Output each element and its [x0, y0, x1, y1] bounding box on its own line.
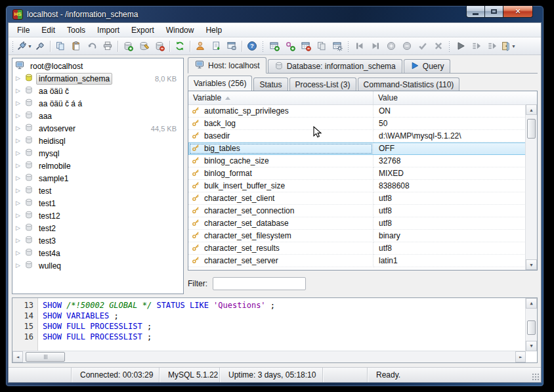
edit-database-button[interactable]: [136, 39, 152, 53]
tree-item-test3[interactable]: ▷test3: [12, 234, 183, 247]
variable-row-basedir[interactable]: basedird:\WAMP\mysql-5.1.22\: [188, 130, 526, 142]
tree-item-root[interactable]: root@localhost: [12, 60, 183, 72]
tree-item-test1[interactable]: ▷test1: [12, 197, 183, 209]
variable-row-big_tables[interactable]: big_tablesOFF: [188, 142, 526, 155]
subtab-command-statistics-110-[interactable]: Command-Statistics (110): [358, 77, 460, 91]
scroll-down-icon[interactable]: ▼: [526, 259, 537, 270]
preferences-button[interactable]: [224, 39, 240, 53]
session-manager-button[interactable]: ▼: [16, 39, 32, 53]
variable-row-binlog_format[interactable]: binlog_formatMIXED: [188, 167, 526, 180]
menu-edit[interactable]: Edit: [35, 24, 61, 36]
create-database-button[interactable]: [120, 39, 136, 53]
variable-row-bulk_insert_buffer_size[interactable]: bulk_insert_buffer_size8388608: [188, 180, 526, 192]
tree-item-heidisql[interactable]: ▷heidisql: [12, 135, 183, 147]
variable-row-binlog_cache_size[interactable]: binlog_cache_size32768: [188, 155, 526, 167]
record-delete-button[interactable]: [399, 39, 415, 53]
tree-item-test4a[interactable]: ▷test4a: [12, 247, 183, 259]
cancel-editing-button[interactable]: [431, 39, 446, 53]
titlebar[interactable]: HS localhost - /information_schema ✕: [6, 6, 543, 22]
scrollbar-thumb[interactable]: [26, 352, 65, 362]
drop-database-button[interactable]: [152, 39, 167, 53]
expand-arrow-icon[interactable]: ▷: [14, 225, 22, 232]
tree-item-wulleq[interactable]: ▷wulleq: [12, 259, 183, 272]
expand-arrow-icon[interactable]: ▷: [14, 150, 22, 157]
tree-item-aaa[interactable]: ▷aaa: [12, 110, 183, 122]
column-header-variable[interactable]: Variable: [188, 91, 373, 104]
column-header-value[interactable]: Value: [373, 91, 526, 104]
tab-database[interactable]: Database: information_schema: [268, 59, 402, 73]
execute-sql-button[interactable]: [453, 39, 469, 53]
sql-log-panel[interactable]: 13141516 SHOW /*!50002 GLOBAL */ STATUS …: [12, 297, 538, 363]
expand-arrow-icon[interactable]: ▷: [14, 175, 22, 182]
tree-item-aa-[interactable]: ▷aa öäü č: [12, 85, 183, 97]
expand-arrow-icon[interactable]: ▷: [14, 212, 22, 219]
resize-grip-icon[interactable]: [532, 373, 540, 381]
expand-arrow-icon[interactable]: ▷: [14, 200, 22, 207]
copy-rows-button[interactable]: [314, 39, 330, 53]
menu-help[interactable]: Help: [200, 24, 228, 36]
undo-button[interactable]: [84, 39, 100, 53]
close-button[interactable]: ✕: [503, 6, 533, 18]
scroll-up-icon[interactable]: ▲: [526, 298, 537, 309]
tree-item-aa-[interactable]: ▷aa öäü č á á: [12, 97, 183, 110]
expand-arrow-icon[interactable]: ▷: [14, 162, 22, 169]
subtab-process-list-3-[interactable]: Process-List (3): [289, 77, 356, 91]
nav-last-record-button[interactable]: [368, 39, 383, 53]
menu-window[interactable]: Window: [160, 24, 200, 36]
tree-item-test[interactable]: ▷test: [12, 185, 183, 197]
grid-duplicate-row-button[interactable]: [282, 39, 298, 53]
grid-delete-row-button[interactable]: [298, 39, 314, 53]
menu-tools[interactable]: Tools: [61, 24, 91, 36]
variable-row-automatic_sp_privileges[interactable]: automatic_sp_privilegesON: [188, 105, 526, 118]
expand-arrow-icon[interactable]: ▷: [14, 112, 22, 120]
variable-row-character_set_database[interactable]: character_set_databaseutf8: [188, 217, 526, 230]
tab-query[interactable]: Query: [404, 59, 451, 73]
grid-insert-row-button[interactable]: [266, 39, 282, 53]
tab-host[interactable]: Host: localhost: [188, 57, 266, 74]
paste-button[interactable]: [68, 39, 84, 53]
menu-file[interactable]: File: [11, 24, 35, 36]
execute-selection-button[interactable]: [469, 39, 484, 53]
sql-vertical-scrollbar[interactable]: ▲ ▼: [525, 298, 537, 351]
disconnect-button[interactable]: [32, 39, 48, 53]
export-tables-button[interactable]: [208, 39, 224, 53]
maximize-button[interactable]: [485, 6, 503, 18]
tree-item-sample1[interactable]: ▷sample1: [12, 172, 183, 185]
user-manager-button[interactable]: [192, 39, 208, 53]
tree-item-information-schema[interactable]: ▷information_schema8,0 KB: [12, 72, 183, 85]
help-button[interactable]: ?: [244, 39, 260, 53]
subtab-status[interactable]: Status: [253, 77, 288, 91]
variable-row-character_set_connection[interactable]: character_set_connectionutf8: [188, 205, 526, 217]
menu-export[interactable]: Export: [125, 24, 160, 36]
scroll-left-icon[interactable]: ◄: [12, 351, 23, 362]
dropdown-caret-icon[interactable]: ▼: [511, 44, 516, 49]
database-tree[interactable]: root@localhost▷information_schema8,0 KB▷…: [12, 58, 184, 294]
expand-arrow-icon[interactable]: ▷: [14, 87, 22, 95]
execute-line-button[interactable]: [484, 39, 500, 53]
expand-arrow-icon[interactable]: ▷: [14, 137, 22, 144]
print-button[interactable]: [100, 39, 116, 53]
copy-button[interactable]: [53, 39, 68, 53]
tree-item-mysql[interactable]: ▷mysql: [12, 147, 183, 160]
sql-horizontal-scrollbar[interactable]: ◄ ►: [12, 351, 526, 362]
nav-first-record-button[interactable]: [352, 39, 368, 53]
variable-row-character_set_client[interactable]: character_set_clientutf8: [188, 192, 526, 205]
expand-arrow-icon[interactable]: ▷: [14, 100, 22, 107]
grid-settings-button[interactable]: [330, 39, 345, 53]
variable-row-character_set_filesystem[interactable]: character_set_filesystembinary: [188, 230, 526, 242]
variable-row-back_log[interactable]: back_log50: [188, 118, 526, 130]
scroll-up-icon[interactable]: ▲: [526, 104, 537, 115]
scrollbar-thumb[interactable]: [527, 320, 536, 335]
expand-arrow-icon[interactable]: ▷: [14, 237, 22, 244]
expand-arrow-icon[interactable]: ▷: [14, 187, 22, 194]
refresh-button[interactable]: [172, 39, 188, 53]
scrollbar-thumb[interactable]: [527, 119, 536, 139]
exit-application-button[interactable]: ▼: [500, 39, 516, 53]
tree-item-avtoserver[interactable]: ▷avtoserver44,5 KB: [12, 122, 183, 135]
tree-item-test12[interactable]: ▷test12: [12, 209, 183, 222]
post-changes-button[interactable]: [415, 39, 431, 53]
grid-vertical-scrollbar[interactable]: ▲ ▼: [525, 104, 537, 270]
filter-input[interactable]: [213, 277, 306, 290]
tree-item-relmobile[interactable]: ▷relmobile: [12, 160, 183, 172]
minimize-button[interactable]: [466, 6, 485, 18]
